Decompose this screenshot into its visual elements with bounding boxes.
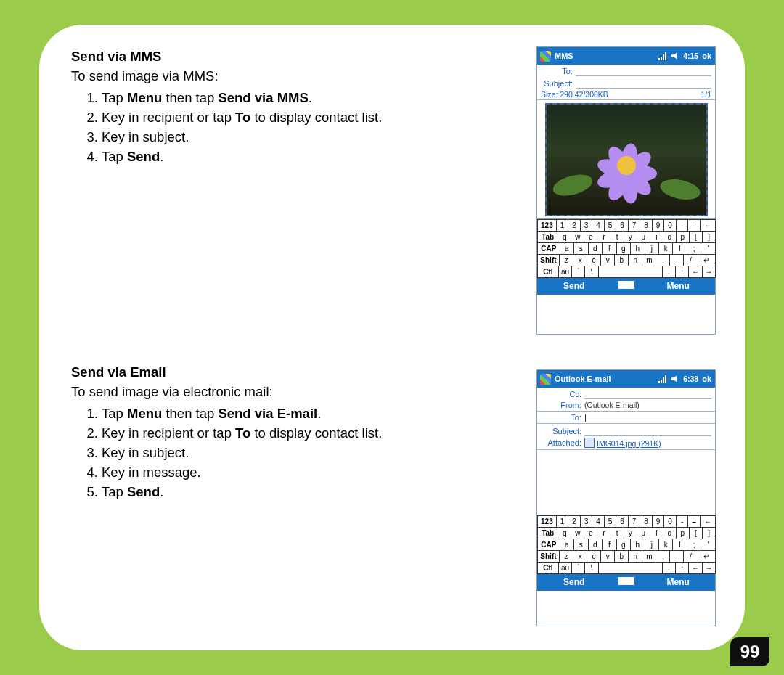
section-mms-text: Send via MMS To send image via MMS: Tap … xyxy=(71,46,494,167)
section-email: Send via Email To send image via electro… xyxy=(71,362,716,626)
step: Tap Menu then tap Send via E-mail. xyxy=(102,404,494,424)
to-label: To: xyxy=(541,67,576,75)
softkey-menu[interactable]: Menu xyxy=(642,281,716,291)
signal-icon xyxy=(658,52,667,60)
key-enter[interactable] xyxy=(698,254,716,266)
titlebar: Outlook E-mail 6:38 ok xyxy=(537,370,715,388)
screenshot-mms: MMS 4:15 ok To: Subject: xyxy=(536,46,716,335)
key-ctl[interactable]: Ctl xyxy=(537,266,559,278)
key-down[interactable] xyxy=(662,266,676,278)
flower-icon xyxy=(595,134,658,197)
subject-field[interactable]: Subject: xyxy=(537,77,715,89)
step: Key in subject. xyxy=(102,443,494,463)
clock: 4:15 xyxy=(683,52,698,60)
cc-field[interactable]: Cc: xyxy=(537,388,715,400)
softkey-sip[interactable] xyxy=(611,576,642,588)
step: Tap Menu then tap Send via MMS. xyxy=(102,89,494,108)
key-backspace[interactable] xyxy=(700,219,716,232)
to-label: To: xyxy=(541,413,584,422)
softkey-bar: Send Menu xyxy=(537,277,715,295)
step: Tap Send. xyxy=(102,483,494,502)
attachment-link[interactable]: IMG014.jpg (291K) xyxy=(597,439,661,448)
step: Key in message. xyxy=(102,463,494,483)
intro-email: To send image via electronic mail: xyxy=(71,383,494,401)
heading-mms: Send via MMS xyxy=(71,48,494,66)
softkey-send[interactable]: Send xyxy=(537,577,611,587)
ok-button[interactable]: ok xyxy=(702,52,711,60)
screenshot-email: Outlook E-mail 6:38 ok Cc: From: (Outlo xyxy=(536,369,716,626)
subject-label: Subject: xyxy=(541,427,584,435)
section-mms: Send via MMS To send image via MMS: Tap … xyxy=(71,46,716,335)
size-bar: Size: 290.42/300KB 1/1 xyxy=(537,89,715,100)
steps-mms: Tap Menu then tap Send via MMS. Key in r… xyxy=(71,89,494,167)
page-number-badge: 99 xyxy=(730,637,769,666)
step: Key in subject. xyxy=(102,128,494,147)
key-right[interactable] xyxy=(702,266,716,278)
intro-mms: To send image via MMS: xyxy=(71,68,494,86)
subject-field[interactable]: Subject: xyxy=(537,425,715,437)
softkey-send[interactable]: Send xyxy=(537,281,611,291)
from-field: From: (Outlook E-mail) xyxy=(537,400,715,410)
step: Tap Send. xyxy=(102,147,494,167)
attachment-icon xyxy=(584,438,595,448)
heading-email: Send via Email xyxy=(71,364,494,382)
size-text: Size: 290.42/300KB xyxy=(541,90,608,99)
key-left[interactable] xyxy=(688,266,702,278)
manual-page: Send via MMS To send image via MMS: Tap … xyxy=(39,25,745,650)
softkey-menu[interactable]: Menu xyxy=(642,577,716,587)
key-shift[interactable]: Shift xyxy=(537,254,560,266)
cc-label: Cc: xyxy=(541,390,584,398)
soft-keyboard[interactable]: 123 1234567890-= Tab qwertyuiop[] CAP as… xyxy=(537,218,715,277)
step: Key in recipient or tap To to display co… xyxy=(102,108,494,128)
ok-button[interactable]: ok xyxy=(702,375,711,383)
key-up[interactable] xyxy=(675,266,689,278)
clock: 6:38 xyxy=(683,375,698,383)
soft-keyboard[interactable]: 123 1234567890-= Tab qwertyuiop[] CAP as… xyxy=(537,515,715,573)
to-field[interactable]: To: xyxy=(537,65,715,77)
subject-label: Subject: xyxy=(541,79,576,88)
step: Key in recipient or tap To to display co… xyxy=(102,424,494,443)
slide-counter: 1/1 xyxy=(701,90,711,99)
from-label: From: xyxy=(541,401,584,409)
keyboard-icon xyxy=(618,576,635,586)
to-value: | xyxy=(584,413,587,422)
steps-email: Tap Menu then tap Send via E-mail. Key i… xyxy=(71,404,494,502)
start-flag-icon[interactable] xyxy=(540,51,551,62)
screenshot-mms-col: MMS 4:15 ok To: Subject: xyxy=(531,46,716,335)
mms-photo-slot[interactable] xyxy=(545,103,708,216)
section-email-text: Send via Email To send image via electro… xyxy=(71,362,494,502)
key-cap[interactable]: CAP xyxy=(537,242,560,255)
attached-field: Attached: IMG014.jpg (291K) xyxy=(537,437,715,449)
softkey-sip[interactable] xyxy=(611,280,642,292)
attached-label: Attached: xyxy=(541,438,584,447)
speaker-icon xyxy=(671,52,679,60)
start-flag-icon[interactable] xyxy=(540,374,551,385)
speaker-icon xyxy=(671,375,679,383)
titlebar: MMS 4:15 ok xyxy=(537,47,715,65)
from-value: (Outlook E-mail) xyxy=(584,401,640,409)
screenshot-email-col: Outlook E-mail 6:38 ok Cc: From: (Outlo xyxy=(531,362,716,626)
signal-icon xyxy=(658,375,667,383)
softkey-bar: Send Menu xyxy=(537,573,715,591)
app-title: Outlook E-mail xyxy=(555,375,611,383)
app-title: MMS xyxy=(555,52,573,60)
key-space[interactable] xyxy=(598,266,663,278)
key-123[interactable]: 123 xyxy=(537,219,557,232)
to-field[interactable]: To: | xyxy=(537,412,715,422)
keyboard-icon xyxy=(618,280,635,290)
compose-area[interactable] xyxy=(537,451,715,515)
key-tab[interactable]: Tab xyxy=(537,231,558,243)
